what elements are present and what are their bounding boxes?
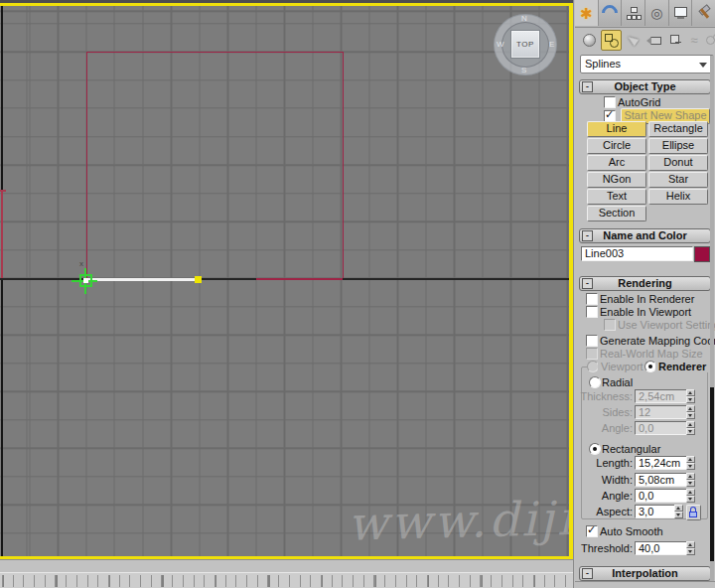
offscreen-shape-corner bbox=[0, 190, 6, 192]
category-helpers[interactable] bbox=[666, 30, 684, 50]
shape-button-circle[interactable]: Circle bbox=[587, 138, 646, 154]
viewcube-top-face[interactable]: TOP bbox=[510, 30, 540, 59]
status-gap-strip bbox=[0, 559, 573, 573]
shape-button-helix[interactable]: Helix bbox=[648, 189, 708, 205]
shape-button-rectangle[interactable]: Rectangle bbox=[648, 121, 708, 137]
angle-rect-field[interactable]: 0,0 bbox=[635, 489, 689, 503]
collapse-icon[interactable]: - bbox=[582, 81, 593, 92]
radial-radio-label: Radial bbox=[602, 377, 633, 388]
create-categories: ≈ bbox=[575, 27, 715, 54]
rectangular-radio[interactable] bbox=[589, 443, 601, 455]
viewport-radio-label: Viewport bbox=[598, 362, 646, 372]
angle-rect-spinner[interactable] bbox=[686, 489, 695, 503]
category-spacewarps[interactable]: ≈ bbox=[685, 30, 703, 50]
create-icon: ✱ bbox=[580, 6, 593, 21]
tab-utilities[interactable] bbox=[692, 0, 715, 26]
viewport-border-top bbox=[0, 3, 573, 6]
generate-mapping-checkbox[interactable] bbox=[586, 335, 598, 347]
compass-north-label[interactable]: N bbox=[521, 14, 527, 23]
spacewarps-icon: ≈ bbox=[690, 34, 697, 47]
autogrid-checkbox[interactable] bbox=[604, 96, 616, 108]
compass-east-label[interactable]: E bbox=[549, 40, 554, 49]
collapse-icon[interactable]: - bbox=[582, 278, 593, 289]
thickness-row: Thickness: 2,54cm bbox=[574, 389, 715, 403]
viewport-border-bottom bbox=[0, 556, 573, 559]
rollout-rendering[interactable]: - Rendering bbox=[579, 276, 711, 291]
tab-motion[interactable]: ◎ bbox=[645, 0, 669, 26]
auto-smooth-checkbox[interactable] bbox=[586, 525, 598, 537]
sides-row: Sides: 12 bbox=[574, 405, 715, 419]
length-spinner[interactable] bbox=[686, 456, 695, 470]
shape-button-section[interactable]: Section bbox=[587, 206, 646, 221]
radial-radio[interactable] bbox=[589, 376, 601, 388]
renderer-radio-label: Renderer bbox=[655, 362, 709, 372]
viewport-grid[interactable]: x www.dijitalde N S W E TOP bbox=[0, 6, 569, 556]
track-bar[interactable] bbox=[0, 572, 573, 588]
top-viewport[interactable]: x www.dijitalde N S W E TOP bbox=[0, 0, 573, 559]
aspect-field[interactable]: 3,0 bbox=[635, 505, 676, 518]
viewport-border-right bbox=[569, 3, 573, 559]
tab-display[interactable] bbox=[669, 0, 693, 26]
collapse-icon[interactable]: - bbox=[582, 568, 593, 579]
rollout-interpolation[interactable]: - Interpolation bbox=[579, 566, 711, 581]
use-viewport-settings-label: Use Viewport Settings bbox=[618, 320, 715, 331]
threshold-field[interactable]: 40,0 bbox=[635, 541, 689, 555]
auto-smooth-label: Auto Smooth bbox=[600, 526, 663, 537]
lights-icon bbox=[625, 34, 639, 47]
shape-button-ellipse[interactable]: Ellipse bbox=[648, 138, 708, 154]
tab-modify[interactable] bbox=[599, 0, 623, 26]
width-row: Width: 5,08cm bbox=[574, 473, 715, 487]
tab-hierarchy[interactable] bbox=[622, 0, 645, 26]
object-color-swatch[interactable] bbox=[694, 246, 710, 262]
tab-create[interactable]: ✱ bbox=[575, 0, 599, 26]
line-being-drawn[interactable] bbox=[84, 278, 199, 281]
enable-renderer-checkbox[interactable] bbox=[586, 293, 598, 305]
aspect-lock-button[interactable] bbox=[686, 505, 701, 520]
rollout-object-type[interactable]: - Object Type bbox=[579, 79, 711, 94]
category-systems[interactable] bbox=[703, 30, 715, 50]
enable-viewport-checkbox[interactable] bbox=[586, 306, 598, 318]
collapse-icon[interactable]: - bbox=[582, 230, 593, 241]
command-panel-tabs: ✱ ◎ bbox=[575, 0, 715, 28]
angle-radial-field: 0,0 bbox=[635, 421, 689, 435]
angle-radial-spinner bbox=[686, 421, 695, 435]
category-cameras[interactable] bbox=[644, 30, 662, 50]
compass-south-label[interactable]: S bbox=[521, 66, 526, 74]
track-bar-ticks bbox=[2, 575, 571, 587]
shapes-icon bbox=[605, 34, 619, 48]
shape-button-text[interactable]: Text bbox=[587, 189, 646, 205]
line-start-vertex[interactable] bbox=[83, 278, 88, 283]
shape-button-donut[interactable]: Donut bbox=[648, 155, 708, 171]
rectangle-shape[interactable] bbox=[86, 52, 344, 280]
category-lights[interactable] bbox=[623, 30, 641, 50]
shape-button-star[interactable]: Star bbox=[648, 172, 708, 188]
category-shapes[interactable] bbox=[601, 30, 622, 51]
hierarchy-icon bbox=[627, 7, 641, 20]
length-field[interactable]: 15,24cm bbox=[635, 456, 689, 470]
object-name-field[interactable]: Line003 bbox=[581, 246, 693, 261]
width-field[interactable]: 5,08cm bbox=[635, 473, 689, 487]
compass-west-label[interactable]: W bbox=[497, 40, 504, 49]
command-panel: ✱ ◎ ≈ Splines - Object Type Aut bbox=[573, 0, 715, 588]
display-icon bbox=[674, 7, 687, 19]
angle-rect-row: Angle: 0,0 bbox=[574, 489, 715, 503]
cameras-icon bbox=[646, 34, 660, 46]
width-spinner[interactable] bbox=[686, 473, 695, 487]
sides-spinner bbox=[686, 405, 695, 419]
shape-type-dropdown[interactable]: Splines bbox=[580, 55, 714, 74]
shape-button-arc[interactable]: Arc bbox=[587, 155, 646, 171]
modify-icon bbox=[599, 2, 622, 25]
line-end-vertex[interactable] bbox=[195, 276, 202, 283]
shape-button-line[interactable]: Line bbox=[587, 121, 646, 137]
category-geometry[interactable] bbox=[580, 30, 598, 50]
viewcube[interactable]: N S W E TOP bbox=[494, 14, 557, 75]
generate-mapping-label: Generate Mapping Coords. bbox=[600, 336, 715, 347]
panel-scrollbar[interactable] bbox=[710, 56, 714, 581]
aspect-spinner[interactable] bbox=[674, 505, 683, 518]
shape-button-ngon[interactable]: NGon bbox=[587, 172, 646, 188]
threshold-spinner[interactable] bbox=[686, 541, 695, 555]
panel-scrollbar-thumb[interactable] bbox=[710, 387, 714, 561]
rollout-name-color[interactable]: - Name and Color bbox=[579, 228, 711, 243]
thickness-spinner bbox=[686, 389, 695, 403]
axis-x-label: x bbox=[79, 259, 83, 268]
